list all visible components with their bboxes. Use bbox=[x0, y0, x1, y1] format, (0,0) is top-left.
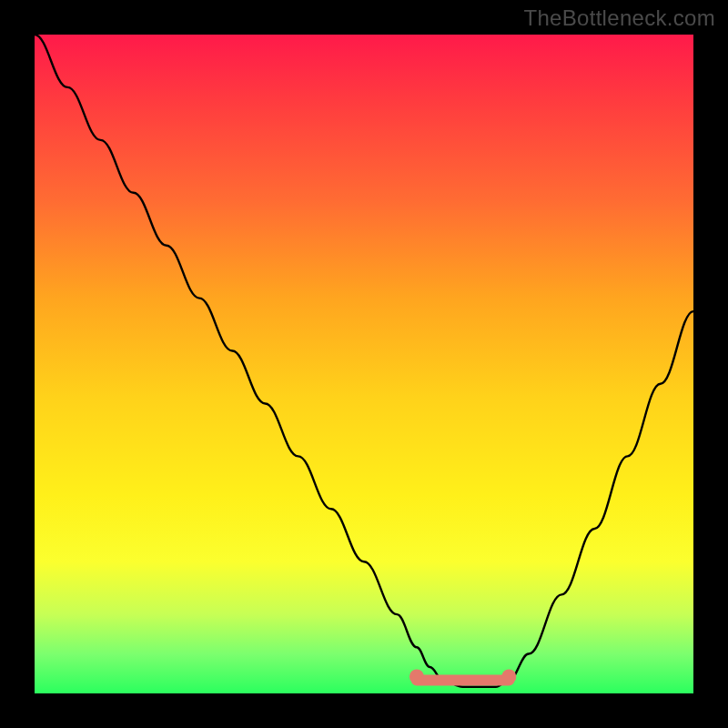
optimal-band-left-dot bbox=[410, 670, 424, 684]
watermark-text: TheBottleneck.com bbox=[523, 5, 715, 31]
plot-area bbox=[35, 35, 693, 693]
chart-frame: TheBottleneck.com bbox=[0, 0, 728, 728]
optimal-band-right-dot bbox=[501, 670, 516, 684]
bottleneck-curve bbox=[35, 35, 693, 687]
chart-svg bbox=[35, 35, 693, 693]
